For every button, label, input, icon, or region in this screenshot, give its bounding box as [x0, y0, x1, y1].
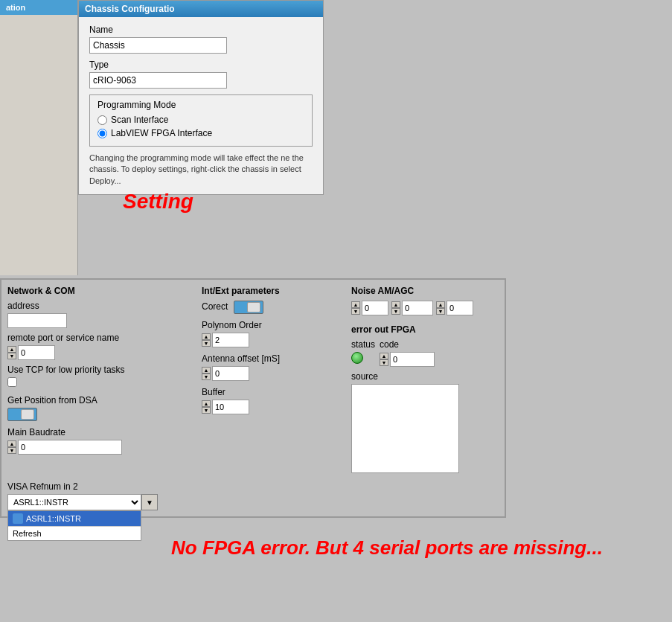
buffer-input[interactable]: [212, 400, 249, 414]
noise3-up[interactable]: ▲: [436, 301, 445, 308]
visa-item-asrl1-label: ASRL1::INSTR: [26, 514, 81, 523]
spin-up[interactable]: ▲: [7, 346, 16, 353]
source-label: source: [351, 371, 481, 382]
type-label: Type: [89, 60, 313, 70]
scan-interface-radio[interactable]: [97, 115, 107, 125]
code-label: code: [380, 339, 435, 350]
source-textarea[interactable]: [351, 384, 459, 473]
corect-label: Corect: [202, 301, 228, 312]
status-label: status: [351, 339, 375, 350]
error-grid: status code ▲ ▼: [351, 339, 481, 367]
code-spinner[interactable]: ▲ ▼: [380, 353, 388, 366]
tcp-label: Use TCP for low priority tasks: [7, 365, 190, 375]
visa-select[interactable]: ASRL1::INSTR: [7, 494, 141, 510]
visa-refresh-label: Refresh: [13, 529, 42, 538]
chassis-content: Name Type Programming Mode Scan Interfac…: [79, 17, 323, 194]
labview-fpga-radio[interactable]: [97, 129, 107, 138]
noise3-down[interactable]: ▼: [436, 308, 445, 315]
baudrate-label: Main Baudrate: [7, 427, 190, 437]
noise1-down[interactable]: ▼: [351, 308, 360, 315]
polynom-spin-up[interactable]: ▲: [202, 333, 211, 340]
chassis-title-bar: Chassis Configuratio: [79, 1, 323, 17]
visa-dropdown-button[interactable]: ▼: [141, 494, 158, 510]
programming-mode-info: Changing the programming mode will take …: [89, 153, 313, 187]
noise2-down[interactable]: ▼: [391, 308, 400, 315]
polynom-label: Polynom Order: [202, 320, 339, 330]
polynom-spinner[interactable]: ▲ ▼: [202, 333, 211, 347]
antenna-input[interactable]: [212, 366, 249, 381]
visa-item-asrl1[interactable]: ASRL1::INSTR: [8, 511, 141, 526]
programming-mode-title: Programming Mode: [97, 100, 304, 110]
visa-dropdown-list: ASRL1::INSTR Refresh: [7, 510, 141, 541]
visa-item-icon: [13, 513, 23, 524]
left-sidebar: ation: [0, 0, 78, 275]
no-fpga-overlay: No FPGA error. But 4 serial ports are mi…: [171, 536, 662, 561]
noise-title: Noise AM/AGC: [351, 286, 481, 296]
polynom-input[interactable]: [212, 333, 249, 347]
chassis-type-input[interactable]: [89, 72, 227, 89]
noise3-input[interactable]: [447, 301, 473, 315]
network-section: Network & COM address remote port or ser…: [7, 286, 190, 475]
labview-fpga-label: LabVIEW FPGA Interface: [111, 128, 212, 138]
code-input[interactable]: [390, 352, 435, 367]
scan-interface-label: Scan Interface: [111, 115, 168, 125]
toggle-knob: [21, 409, 34, 420]
visa-label: VISA Refnum in 2: [7, 481, 499, 492]
address-input[interactable]: [7, 313, 67, 328]
noise3-spinner[interactable]: ▲ ▼: [436, 301, 445, 315]
address-label: address: [7, 301, 190, 311]
baudrate-spin-down[interactable]: ▼: [7, 447, 16, 454]
main-panel: Network & COM address remote port or ser…: [0, 278, 506, 518]
position-toggle[interactable]: [7, 408, 37, 421]
chassis-name-input[interactable]: [89, 37, 227, 54]
spin-down[interactable]: ▼: [7, 353, 16, 359]
right-section: Noise AM/AGC ▲ ▼ ▲ ▼: [351, 286, 481, 475]
intext-title: Int/Ext parameters: [202, 286, 339, 296]
noise2-spinner[interactable]: ▲ ▼: [391, 301, 400, 315]
labview-fpga-option[interactable]: LabVIEW FPGA Interface: [97, 128, 304, 138]
buffer-spin-up[interactable]: ▲: [202, 400, 211, 407]
code-down[interactable]: ▼: [380, 359, 388, 366]
buffer-spin-down[interactable]: ▼: [202, 407, 211, 414]
visa-dropdown-area: ASRL1::INSTR ▼ ASRL1::INSTR Refresh: [7, 494, 499, 510]
remote-port-spinner[interactable]: ▲ ▼: [7, 346, 16, 359]
error-out-title: error out FPGA: [351, 324, 481, 335]
status-led: [351, 352, 363, 364]
antenna-spinner[interactable]: ▲ ▼: [202, 367, 211, 380]
chassis-panel: Chassis Configuratio Name Type Programmi…: [78, 0, 324, 195]
visa-refresh-item[interactable]: Refresh: [8, 526, 141, 540]
noise1-up[interactable]: ▲: [351, 301, 360, 308]
status-column: status: [351, 339, 375, 367]
noise1-input[interactable]: [362, 301, 388, 315]
noise1-spinner[interactable]: ▲ ▼: [351, 301, 360, 315]
code-column: code ▲ ▼: [380, 339, 435, 367]
noise2-up[interactable]: ▲: [391, 301, 400, 308]
programming-mode-box: Programming Mode Scan Interface LabVIEW …: [89, 94, 313, 147]
code-up[interactable]: ▲: [380, 353, 388, 359]
remote-port-input[interactable]: [18, 345, 55, 360]
buffer-spinner[interactable]: ▲ ▼: [202, 400, 211, 414]
baudrate-spin-up[interactable]: ▲: [7, 440, 16, 447]
intext-section: Int/Ext parameters Corect Polynom Order …: [202, 286, 339, 475]
network-title: Network & COM: [7, 286, 190, 296]
baudrate-input[interactable]: [18, 440, 122, 455]
noise2-input[interactable]: [402, 301, 433, 315]
tcp-checkbox[interactable]: [7, 377, 17, 387]
name-label: Name: [89, 25, 313, 35]
sidebar-tab[interactable]: ation: [0, 0, 77, 15]
antenna-label: Antenna offset [mS]: [202, 353, 339, 364]
position-label: Get Position from DSA: [7, 395, 190, 405]
scan-interface-option[interactable]: Scan Interface: [97, 115, 304, 125]
buffer-label: Buffer: [202, 387, 339, 397]
antenna-spin-down[interactable]: ▼: [202, 373, 211, 380]
corect-knob: [247, 302, 260, 312]
baudrate-spinner[interactable]: ▲ ▼: [7, 440, 16, 454]
antenna-spin-up[interactable]: ▲: [202, 367, 211, 373]
corect-row: Corect: [202, 301, 339, 314]
corect-toggle[interactable]: [234, 301, 263, 314]
visa-section: VISA Refnum in 2 ASRL1::INSTR ▼ ASRL1::I…: [7, 481, 499, 510]
remote-port-label: remote port or service name: [7, 333, 190, 343]
polynom-spin-down[interactable]: ▼: [202, 340, 211, 347]
